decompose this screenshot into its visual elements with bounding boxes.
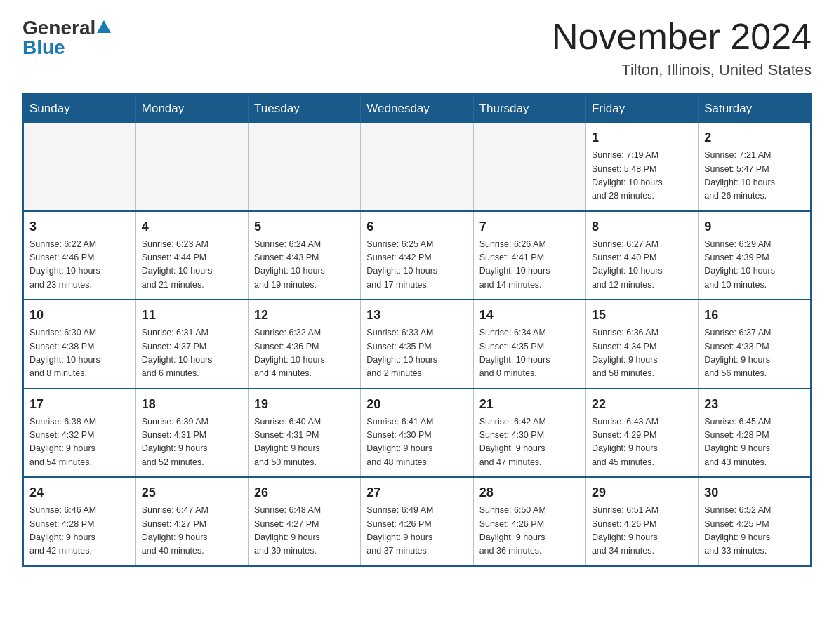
day-of-week-thursday: Thursday xyxy=(473,94,585,123)
calendar-cell: 14Sunrise: 6:34 AM Sunset: 4:35 PM Dayli… xyxy=(473,300,585,389)
day-number: 11 xyxy=(142,306,242,325)
day-number: 10 xyxy=(29,306,130,325)
day-info: Sunrise: 6:49 AM Sunset: 4:26 PM Dayligh… xyxy=(366,504,467,558)
day-number: 5 xyxy=(254,217,355,236)
day-info: Sunrise: 6:43 AM Sunset: 4:29 PM Dayligh… xyxy=(592,415,692,470)
calendar-week-row: 24Sunrise: 6:46 AM Sunset: 4:28 PM Dayli… xyxy=(23,477,811,566)
day-info: Sunrise: 6:33 AM Sunset: 4:35 PM Dayligh… xyxy=(366,326,467,381)
day-of-week-monday: Monday xyxy=(135,94,248,123)
calendar-cell: 6Sunrise: 6:25 AM Sunset: 4:42 PM Daylig… xyxy=(361,211,473,300)
calendar-cell: 30Sunrise: 6:52 AM Sunset: 4:25 PM Dayli… xyxy=(699,477,811,566)
calendar-cell: 23Sunrise: 6:45 AM Sunset: 4:28 PM Dayli… xyxy=(699,389,811,478)
calendar-cell: 1Sunrise: 7:19 AM Sunset: 5:48 PM Daylig… xyxy=(585,123,698,211)
day-number: 25 xyxy=(142,483,242,502)
day-info: Sunrise: 6:27 AM Sunset: 4:40 PM Dayligh… xyxy=(592,238,692,293)
day-info: Sunrise: 6:31 AM Sunset: 4:37 PM Dayligh… xyxy=(142,326,242,381)
day-number: 30 xyxy=(704,483,805,502)
calendar-table: SundayMondayTuesdayWednesdayThursdayFrid… xyxy=(22,93,812,567)
day-number: 12 xyxy=(254,306,355,325)
day-info: Sunrise: 6:26 AM Sunset: 4:41 PM Dayligh… xyxy=(479,238,580,293)
day-info: Sunrise: 6:37 AM Sunset: 4:33 PM Dayligh… xyxy=(704,326,805,381)
calendar-cell: 22Sunrise: 6:43 AM Sunset: 4:29 PM Dayli… xyxy=(585,389,698,478)
day-number: 24 xyxy=(29,483,130,502)
day-number: 20 xyxy=(366,395,467,414)
day-number: 16 xyxy=(704,306,805,325)
day-number: 4 xyxy=(142,217,242,236)
calendar-cell xyxy=(249,123,361,211)
day-info: Sunrise: 6:22 AM Sunset: 4:46 PM Dayligh… xyxy=(29,238,130,293)
day-info: Sunrise: 6:45 AM Sunset: 4:28 PM Dayligh… xyxy=(704,415,805,470)
calendar-cell: 28Sunrise: 6:50 AM Sunset: 4:26 PM Dayli… xyxy=(473,477,585,566)
day-number: 3 xyxy=(29,217,130,236)
day-info: Sunrise: 6:46 AM Sunset: 4:28 PM Dayligh… xyxy=(29,504,130,558)
day-number: 9 xyxy=(704,217,805,236)
day-info: Sunrise: 6:36 AM Sunset: 4:34 PM Dayligh… xyxy=(592,326,692,381)
calendar-week-row: 10Sunrise: 6:30 AM Sunset: 4:38 PM Dayli… xyxy=(23,300,811,389)
day-info: Sunrise: 6:38 AM Sunset: 4:32 PM Dayligh… xyxy=(29,415,130,470)
day-of-week-saturday: Saturday xyxy=(699,94,811,123)
calendar-cell: 3Sunrise: 6:22 AM Sunset: 4:46 PM Daylig… xyxy=(23,211,135,300)
day-info: Sunrise: 6:32 AM Sunset: 4:36 PM Dayligh… xyxy=(254,326,355,381)
day-info: Sunrise: 6:29 AM Sunset: 4:39 PM Dayligh… xyxy=(704,238,805,293)
calendar-cell: 24Sunrise: 6:46 AM Sunset: 4:28 PM Dayli… xyxy=(23,477,135,566)
title-area: November 2024 Tilton, Illinois, United S… xyxy=(552,17,812,79)
calendar-header-row: SundayMondayTuesdayWednesdayThursdayFrid… xyxy=(23,94,811,123)
day-of-week-friday: Friday xyxy=(585,94,698,123)
calendar-cell: 17Sunrise: 6:38 AM Sunset: 4:32 PM Dayli… xyxy=(23,389,135,478)
logo-triangle-icon xyxy=(97,20,111,33)
day-number: 19 xyxy=(254,395,355,414)
calendar-cell: 16Sunrise: 6:37 AM Sunset: 4:33 PM Dayli… xyxy=(699,300,811,389)
day-info: Sunrise: 6:39 AM Sunset: 4:31 PM Dayligh… xyxy=(142,415,242,470)
month-title: November 2024 xyxy=(552,17,812,57)
day-of-week-sunday: Sunday xyxy=(23,94,135,123)
calendar-cell: 11Sunrise: 6:31 AM Sunset: 4:37 PM Dayli… xyxy=(135,300,248,389)
calendar-cell xyxy=(361,123,473,211)
day-number: 7 xyxy=(479,217,580,236)
day-info: Sunrise: 6:42 AM Sunset: 4:30 PM Dayligh… xyxy=(479,415,580,470)
day-info: Sunrise: 6:24 AM Sunset: 4:43 PM Dayligh… xyxy=(254,238,355,293)
calendar-cell: 13Sunrise: 6:33 AM Sunset: 4:35 PM Dayli… xyxy=(361,300,473,389)
calendar-cell: 18Sunrise: 6:39 AM Sunset: 4:31 PM Dayli… xyxy=(135,389,248,478)
day-number: 1 xyxy=(592,128,692,147)
day-info: Sunrise: 6:23 AM Sunset: 4:44 PM Dayligh… xyxy=(142,238,242,293)
calendar-cell xyxy=(135,123,248,211)
calendar-cell: 26Sunrise: 6:48 AM Sunset: 4:27 PM Dayli… xyxy=(249,477,361,566)
calendar-cell: 27Sunrise: 6:49 AM Sunset: 4:26 PM Dayli… xyxy=(361,477,473,566)
day-of-week-wednesday: Wednesday xyxy=(361,94,473,123)
calendar-cell: 19Sunrise: 6:40 AM Sunset: 4:31 PM Dayli… xyxy=(249,389,361,478)
day-info: Sunrise: 6:34 AM Sunset: 4:35 PM Dayligh… xyxy=(479,326,580,381)
day-info: Sunrise: 6:50 AM Sunset: 4:26 PM Dayligh… xyxy=(479,504,580,558)
day-info: Sunrise: 6:41 AM Sunset: 4:30 PM Dayligh… xyxy=(366,415,467,470)
day-number: 13 xyxy=(366,306,467,325)
day-info: Sunrise: 6:25 AM Sunset: 4:42 PM Dayligh… xyxy=(366,238,467,293)
day-info: Sunrise: 6:47 AM Sunset: 4:27 PM Dayligh… xyxy=(142,504,242,558)
logo-blue-text: Blue xyxy=(22,36,65,59)
calendar-cell: 2Sunrise: 7:21 AM Sunset: 5:47 PM Daylig… xyxy=(699,123,811,211)
calendar-cell: 12Sunrise: 6:32 AM Sunset: 4:36 PM Dayli… xyxy=(249,300,361,389)
day-number: 26 xyxy=(254,483,355,502)
calendar-cell: 20Sunrise: 6:41 AM Sunset: 4:30 PM Dayli… xyxy=(361,389,473,478)
calendar-cell: 4Sunrise: 6:23 AM Sunset: 4:44 PM Daylig… xyxy=(135,211,248,300)
day-number: 21 xyxy=(479,395,580,414)
calendar-cell xyxy=(473,123,585,211)
day-number: 6 xyxy=(366,217,467,236)
day-number: 14 xyxy=(479,306,580,325)
day-info: Sunrise: 6:52 AM Sunset: 4:25 PM Dayligh… xyxy=(704,504,805,558)
day-number: 18 xyxy=(142,395,242,414)
day-number: 28 xyxy=(479,483,580,502)
logo: General Blue xyxy=(22,17,111,59)
location-title: Tilton, Illinois, United States xyxy=(552,61,812,79)
calendar-cell: 21Sunrise: 6:42 AM Sunset: 4:30 PM Dayli… xyxy=(473,389,585,478)
calendar-week-row: 3Sunrise: 6:22 AM Sunset: 4:46 PM Daylig… xyxy=(23,211,811,300)
day-of-week-tuesday: Tuesday xyxy=(249,94,361,123)
calendar-cell: 15Sunrise: 6:36 AM Sunset: 4:34 PM Dayli… xyxy=(585,300,698,389)
day-number: 17 xyxy=(29,395,130,414)
day-number: 23 xyxy=(704,395,805,414)
calendar-cell: 5Sunrise: 6:24 AM Sunset: 4:43 PM Daylig… xyxy=(249,211,361,300)
day-info: Sunrise: 7:19 AM Sunset: 5:48 PM Dayligh… xyxy=(592,149,692,203)
calendar-cell xyxy=(23,123,135,211)
day-number: 22 xyxy=(592,395,692,414)
day-number: 8 xyxy=(592,217,692,236)
calendar-cell: 25Sunrise: 6:47 AM Sunset: 4:27 PM Dayli… xyxy=(135,477,248,566)
calendar-cell: 29Sunrise: 6:51 AM Sunset: 4:26 PM Dayli… xyxy=(585,477,698,566)
